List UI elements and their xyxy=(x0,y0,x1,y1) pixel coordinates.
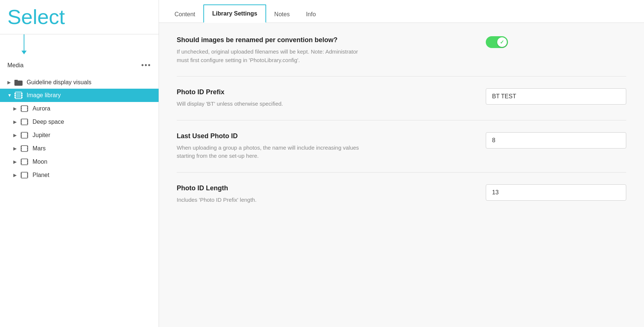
svg-rect-24 xyxy=(21,132,28,138)
photo-id-length-title: Photo ID Length xyxy=(177,184,369,192)
arrow-tip xyxy=(21,51,27,54)
svg-rect-47 xyxy=(21,175,22,176)
svg-rect-30 xyxy=(27,136,28,137)
tabs-bar: Content Library Settings Notes Info xyxy=(159,0,644,23)
folder-icon xyxy=(13,79,24,86)
deep-space-label: Deep space xyxy=(33,119,64,125)
toggle-track: ✓ xyxy=(486,36,508,48)
last-used-id-desc: When uploading a group a photos, the nam… xyxy=(177,144,369,160)
sub-items-container: ▶ Aurora ▶ xyxy=(0,102,159,182)
svg-rect-22 xyxy=(27,122,28,123)
tree-arrow-deep-space: ▶ xyxy=(13,119,19,125)
tab-library-settings[interactable]: Library Settings xyxy=(203,4,266,23)
guideline-label: Guideline display visuals xyxy=(27,79,91,86)
tree-arrow-moon: ▶ xyxy=(13,159,19,164)
svg-rect-7 xyxy=(21,95,23,96)
svg-rect-36 xyxy=(27,148,28,149)
svg-rect-33 xyxy=(21,148,22,149)
toggle-thumb: ✓ xyxy=(497,37,507,47)
sidebar-item-aurora[interactable]: ▶ Aurora xyxy=(0,102,159,115)
svg-rect-16 xyxy=(27,110,28,111)
svg-rect-48 xyxy=(21,176,22,177)
more-dots-button[interactable]: ••• xyxy=(141,61,151,69)
planet-label: Planet xyxy=(33,172,49,178)
photo-id-prefix-label-group: Photo ID Prefix Will display 'BT' unless… xyxy=(177,88,384,108)
rename-label-group: Should images be renamed per convention … xyxy=(177,36,384,64)
sidebar-item-deep-space[interactable]: ▶ Deep space xyxy=(0,115,159,129)
last-used-id-input[interactable] xyxy=(486,132,626,149)
svg-rect-27 xyxy=(21,136,22,137)
svg-rect-38 xyxy=(21,159,28,165)
svg-rect-17 xyxy=(21,119,28,125)
svg-rect-49 xyxy=(27,173,28,174)
tree-arrow-aurora: ▶ xyxy=(13,106,19,111)
svg-rect-29 xyxy=(27,135,28,136)
photo-id-prefix-title: Photo ID Prefix xyxy=(177,88,369,96)
svg-rect-23 xyxy=(27,123,28,124)
svg-rect-19 xyxy=(21,122,22,123)
aurora-label: Aurora xyxy=(33,105,50,112)
svg-rect-13 xyxy=(21,110,22,111)
svg-rect-41 xyxy=(21,163,22,164)
svg-rect-14 xyxy=(27,106,28,108)
tree-arrow-guideline: ▶ xyxy=(7,80,13,85)
sidebar-item-guideline[interactable]: ▶ Guideline display visuals xyxy=(0,76,159,89)
svg-rect-10 xyxy=(21,106,28,112)
rename-toggle[interactable]: ✓ xyxy=(486,36,508,48)
svg-rect-15 xyxy=(27,108,28,109)
content-area: Should images be renamed per convention … xyxy=(159,23,644,327)
svg-rect-25 xyxy=(21,133,22,134)
media-label: Media xyxy=(7,62,24,69)
film-icon-deep-space xyxy=(19,119,30,125)
svg-rect-21 xyxy=(27,120,28,121)
svg-rect-35 xyxy=(27,146,28,147)
svg-rect-12 xyxy=(21,108,22,109)
svg-rect-40 xyxy=(21,161,22,163)
photo-id-prefix-input[interactable] xyxy=(486,88,626,105)
mars-label: Mars xyxy=(33,145,46,152)
tree-arrow-jupiter: ▶ xyxy=(13,133,19,138)
svg-rect-18 xyxy=(21,120,22,121)
svg-rect-50 xyxy=(27,175,28,176)
checkmark-icon: ✓ xyxy=(500,39,504,45)
svg-rect-46 xyxy=(21,173,22,174)
svg-rect-28 xyxy=(27,133,28,134)
film-icon-jupiter xyxy=(19,132,30,139)
settings-row-rename: Should images be renamed per convention … xyxy=(177,36,626,76)
rename-control: ✓ xyxy=(486,36,626,48)
photo-id-length-control xyxy=(486,184,626,201)
tab-info[interactable]: Info xyxy=(298,6,324,23)
sidebar-item-planet[interactable]: ▶ Planet xyxy=(0,168,159,182)
svg-rect-20 xyxy=(21,123,22,124)
photo-id-length-desc: Includes 'Photo ID Prefix' length. xyxy=(177,196,369,204)
svg-rect-39 xyxy=(21,160,22,161)
svg-rect-44 xyxy=(27,163,28,164)
last-used-id-label-group: Last Used Photo ID When uploading a grou… xyxy=(177,132,384,160)
photo-id-prefix-control xyxy=(486,88,626,105)
sidebar-item-jupiter[interactable]: ▶ Jupiter xyxy=(0,129,159,142)
photo-id-length-input[interactable] xyxy=(486,184,626,201)
sidebar-header: Select xyxy=(0,0,159,34)
film-icon-planet xyxy=(19,172,30,178)
photo-id-prefix-desc: Will display 'BT' unless otherwise speci… xyxy=(177,100,369,108)
tab-notes[interactable]: Notes xyxy=(266,6,298,23)
film-icon-aurora xyxy=(19,105,30,112)
sidebar-item-mars[interactable]: ▶ Mars xyxy=(0,142,159,155)
svg-rect-34 xyxy=(21,150,22,151)
settings-row-photo-id-length: Photo ID Length Includes 'Photo ID Prefi… xyxy=(177,184,626,216)
media-section: Media ••• xyxy=(0,56,159,76)
svg-rect-8 xyxy=(21,97,23,98)
tab-content[interactable]: Content xyxy=(166,6,203,23)
svg-rect-9 xyxy=(16,93,21,98)
last-used-id-title: Last Used Photo ID xyxy=(177,132,369,140)
svg-rect-4 xyxy=(14,95,16,96)
svg-rect-3 xyxy=(14,93,16,94)
sidebar-item-image-library[interactable]: ▼ Image library xyxy=(0,89,159,102)
svg-rect-42 xyxy=(27,160,28,161)
svg-rect-43 xyxy=(27,161,28,163)
image-library-label: Image library xyxy=(27,92,61,99)
tree-arrow-planet: ▶ xyxy=(13,173,19,178)
select-title: Select xyxy=(7,7,151,27)
last-used-id-control xyxy=(486,132,626,149)
sidebar-item-moon[interactable]: ▶ Moon xyxy=(0,155,159,168)
